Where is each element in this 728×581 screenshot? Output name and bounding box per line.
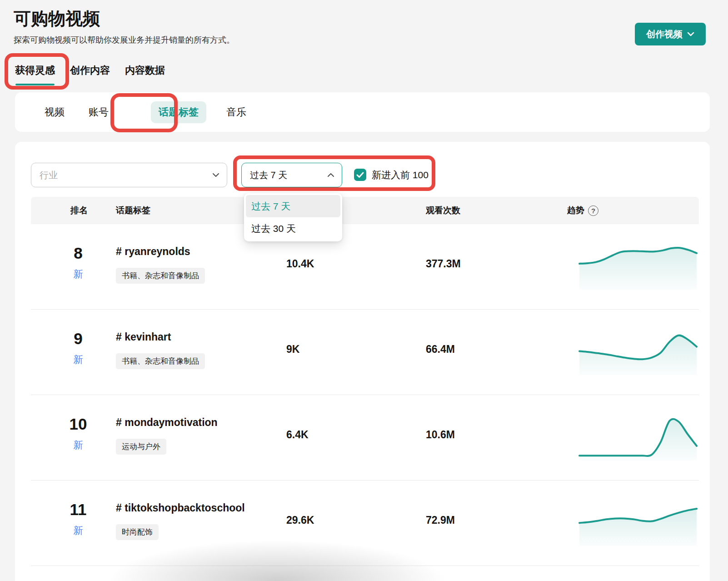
main-tabs: 获得灵感创作内容内容数据 [15,64,165,85]
page-title: 可购物视频 [14,7,100,30]
subtab-accounts[interactable]: 账号 [89,101,109,123]
category-tag: 书籍、杂志和音像制品 [116,353,205,369]
views-count: 66.4M [426,343,455,356]
table-row[interactable]: 11新# tiktokshopbacktoschool时尚配饰29.6K72.9… [31,481,699,566]
hashtag-link[interactable]: # kevinhart [116,331,171,343]
posts-count: 10.4K [286,258,314,270]
table-row[interactable]: 10新# mondaymotivation运动与户外6.4K10.6M [31,395,699,481]
subtab-hashtags[interactable]: 话题标签 [151,101,206,123]
new-badge: 新 [65,524,92,537]
rank-value: 10 [65,415,92,433]
category-tag: 书籍、杂志和音像制品 [116,268,205,284]
trend-sparkline [578,499,698,546]
column-header-rank: 排名 [70,197,88,224]
views-count: 377.3M [426,258,461,270]
category-tag: 运动与户外 [116,439,166,455]
page-subtitle: 探索可购物视频可以帮助你发展业务并提升销量的所有方式。 [14,35,234,45]
chevron-down-icon [212,173,219,177]
views-count: 72.9M [426,514,455,526]
chevron-down-icon [687,32,694,36]
new-top100-label[interactable]: 新进入前 100 [372,169,429,181]
check-icon [356,172,364,178]
trend-sparkline [578,328,698,375]
subtab-videos[interactable]: 视频 [45,101,65,123]
rank-value: 9 [65,330,92,348]
hashtag-link[interactable]: # ryanreynolds [116,245,190,258]
sub-tabs: 视频账号话题标签音乐 [45,92,270,132]
new-badge: 新 [65,268,92,280]
new-top100-checkbox[interactable] [354,169,366,181]
industry-select[interactable]: 行业 [31,163,227,187]
help-icon[interactable]: ? [588,205,598,216]
trend-sparkline [578,414,698,461]
tab-get-inspired[interactable]: 获得灵感 [15,64,55,85]
help-icon-glyph: ? [591,207,595,215]
column-header-hashtag: 话题标签 [116,197,150,224]
chevron-up-icon [327,173,334,177]
table-row[interactable]: 8新# ryanreynolds书籍、杂志和音像制品10.4K377.3M [31,224,699,310]
posts-count: 9K [286,343,299,356]
category-tag: 时尚配饰 [116,524,159,540]
posts-count: 6.4K [286,429,309,441]
subtab-music[interactable]: 音乐 [226,101,246,123]
column-header-views: 观看次数 [426,197,460,224]
option-last-7-days[interactable]: 过去 7 天 [246,195,340,217]
column-header-trend: 趋势 ? [567,197,598,224]
views-count: 10.6M [426,429,455,441]
create-video-label: 创作视频 [646,28,683,40]
hashtag-link[interactable]: # mondaymotivation [116,416,218,429]
posts-count: 29.6K [286,514,314,526]
new-badge: 新 [65,353,92,366]
trend-sparkline [578,243,698,290]
rank-value: 11 [65,501,92,519]
date-range-select[interactable]: 过去 7 天 [241,163,342,187]
date-range-dropdown-menu: 过去 7 天过去 30 天 [244,193,342,241]
rank-value: 8 [65,244,92,262]
hashtag-table-rows: 8新# ryanreynolds书籍、杂志和音像制品10.4K377.3M9新#… [31,224,699,566]
new-badge: 新 [65,439,92,451]
hashtag-link[interactable]: # tiktokshopbacktoschool [116,502,245,514]
table-row[interactable]: 9新# kevinhart书籍、杂志和音像制品9K66.4M [31,310,699,395]
column-header-trend-label: 趋势 [567,205,584,216]
main-content-card: 行业 过去 7 天 新进入前 100 排名 话题标签 观看次数 趋势 ? [15,142,710,581]
create-video-button[interactable]: 创作视频 [635,23,706,45]
industry-placeholder: 行业 [40,169,212,181]
subtabs-card: 视频账号话题标签音乐 [15,92,710,132]
tab-content-data[interactable]: 内容数据 [125,64,165,85]
date-range-value: 过去 7 天 [250,169,327,181]
option-last-30-days[interactable]: 过去 30 天 [246,217,340,240]
page: 可购物视频 探索可购物视频可以帮助你发展业务并提升销量的所有方式。 创作视频 获… [0,0,728,581]
table-header: 排名 话题标签 观看次数 趋势 ? [31,197,699,224]
tab-create-content[interactable]: 创作内容 [70,64,110,85]
